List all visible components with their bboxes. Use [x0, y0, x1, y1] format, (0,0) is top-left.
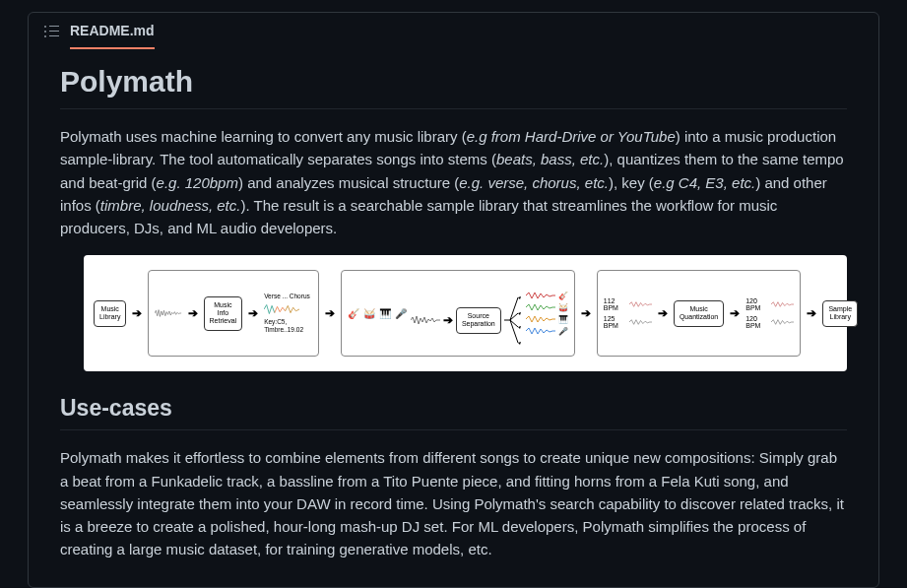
bpm-input: 112 BPM 125 BPM: [604, 297, 652, 329]
mic-icon: 🎤: [558, 327, 568, 336]
branch-lines-icon: [504, 294, 522, 347]
waveform-colored-icon: [264, 302, 299, 316]
filename-tab[interactable]: README.md: [70, 23, 155, 49]
diagram-music-library-node: Music Library: [94, 300, 126, 327]
arrow-icon: ➔: [248, 306, 258, 320]
drum-icon: 🥁: [363, 308, 375, 319]
diagram-retrieval-output: Verse ... Chorus Key:C5, Timbre..19.02: [264, 293, 312, 335]
diagram-stage-retrieval: ➔ Music Info Retrieval ➔ Verse ... Choru…: [148, 270, 318, 357]
arrow-icon: ➔: [132, 306, 142, 320]
readme-container: README.md Polymath Polymath uses machine…: [28, 12, 879, 588]
intro-paragraph: Polymath uses machine learning to conver…: [60, 125, 847, 239]
diagram-stage-quantization: 112 BPM 125 BPM ➔ Music Quantization ➔ 1…: [597, 270, 802, 357]
arrow-icon: ➔: [807, 306, 816, 320]
usecases-heading: Use-cases: [60, 395, 847, 430]
guitar-icon: 🎸: [558, 292, 568, 300]
usecases-paragraph: Polymath makes it effortless to combine …: [60, 446, 847, 560]
list-icon[interactable]: [44, 24, 60, 39]
arrow-icon: ➔: [188, 306, 198, 320]
arrow-icon: ➔: [443, 313, 453, 327]
bpm-output: 120 BPM 120 BPM: [745, 297, 794, 329]
arrow-icon: ➔: [730, 306, 740, 320]
waveform-icon: [411, 315, 440, 325]
instrument-icons: 🎸 🥁 🎹 🎤: [348, 308, 407, 319]
drum-icon: 🥁: [558, 303, 568, 312]
mic-icon: 🎤: [395, 308, 407, 319]
workflow-diagram: Music Library ➔ ➔ Music Info Retrieval ➔…: [84, 255, 847, 371]
diagram-retrieval-node: Music Info Retrieval: [204, 296, 243, 331]
diagram-quantization-node: Music Quantization: [674, 300, 724, 327]
arrow-icon: ➔: [325, 306, 335, 320]
arrow-icon: ➔: [658, 306, 668, 320]
diagram-separation-node: Source Separation: [456, 307, 501, 334]
diagram-sample-library-node: Sample Library: [822, 300, 858, 327]
waveform-icon: [155, 306, 181, 320]
guitar-icon: 🎸: [348, 308, 359, 319]
page-title: Polymath: [60, 65, 847, 109]
piano-icon: 🎹: [379, 308, 391, 319]
readme-body: Polymath Polymath uses machine learning …: [29, 49, 878, 588]
readme-header: README.md: [29, 13, 878, 49]
arrow-icon: ➔: [581, 306, 591, 320]
diagram-stage-separation: 🎸 🥁 🎹 🎤 ➔ Source Separation 🎸: [341, 270, 575, 357]
piano-icon: 🎹: [558, 315, 568, 324]
separated-stems: 🎸 🥁 🎹 🎤: [526, 291, 568, 336]
